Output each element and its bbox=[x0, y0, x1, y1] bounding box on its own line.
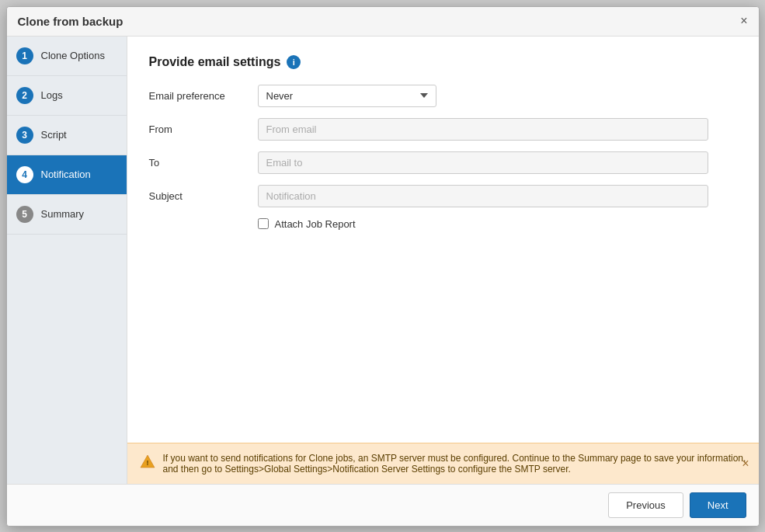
to-label: To bbox=[149, 157, 258, 169]
sidebar-label-logs: Logs bbox=[41, 89, 63, 101]
subject-input[interactable] bbox=[258, 185, 708, 207]
main-content: Provide email settings i Email preferenc… bbox=[127, 37, 759, 484]
from-input[interactable] bbox=[258, 118, 708, 141]
subject-control bbox=[258, 185, 708, 207]
dialog-footer: Previous Next bbox=[7, 484, 759, 526]
sidebar-item-clone-options[interactable]: 1 Clone Options bbox=[7, 37, 127, 76]
content-area: Provide email settings i Email preferenc… bbox=[127, 37, 759, 443]
email-preference-row: Email preference Never On Success On Fai… bbox=[149, 85, 737, 107]
sidebar-label-script: Script bbox=[41, 129, 67, 141]
info-icon[interactable]: i bbox=[287, 55, 301, 69]
step-badge-3: 3 bbox=[16, 127, 33, 144]
attach-job-report-label: Attach Job Report bbox=[275, 218, 356, 230]
dialog-body: 1 Clone Options 2 Logs 3 Script bbox=[7, 37, 759, 484]
svg-text:!: ! bbox=[146, 459, 148, 467]
dialog-header: Clone from backup × bbox=[7, 7, 759, 37]
step-badge-5: 5 bbox=[16, 206, 33, 223]
dialog-title: Clone from backup bbox=[18, 15, 123, 28]
from-control bbox=[258, 118, 708, 141]
sidebar: 1 Clone Options 2 Logs 3 Script bbox=[7, 37, 127, 484]
to-row: To bbox=[149, 151, 737, 174]
step-badge-2: 2 bbox=[16, 87, 33, 104]
subject-row: Subject bbox=[149, 185, 737, 207]
email-preference-label: Email preference bbox=[149, 90, 258, 102]
notification-close-button[interactable]: × bbox=[742, 457, 749, 471]
clone-from-backup-dialog: Clone from backup × 1 Clone Options 2 Lo… bbox=[6, 6, 760, 527]
to-input[interactable] bbox=[258, 151, 708, 174]
attach-job-report-checkbox[interactable] bbox=[258, 218, 269, 229]
sidebar-item-summary[interactable]: 5 Summary bbox=[7, 195, 127, 235]
close-button[interactable]: × bbox=[740, 15, 747, 27]
warning-icon: ! bbox=[140, 454, 155, 469]
from-label: From bbox=[149, 123, 258, 135]
section-title-container: Provide email settings i bbox=[149, 55, 737, 69]
notification-bar: ! If you want to send notifications for … bbox=[127, 443, 759, 484]
step-badge-4: 4 bbox=[16, 166, 33, 183]
email-preference-select[interactable]: Never On Success On Failure Always bbox=[258, 85, 436, 107]
notification-message: If you want to send notifications for Cl… bbox=[163, 453, 746, 475]
sidebar-item-script[interactable]: 3 Script bbox=[7, 116, 127, 155]
attach-job-report-row: Attach Job Report bbox=[258, 218, 737, 230]
subject-label: Subject bbox=[149, 190, 258, 202]
from-row: From bbox=[149, 118, 737, 141]
previous-button[interactable]: Previous bbox=[608, 492, 683, 518]
next-button[interactable]: Next bbox=[690, 492, 746, 518]
section-title-text: Provide email settings bbox=[149, 55, 281, 69]
step-badge-1: 1 bbox=[16, 47, 33, 64]
sidebar-item-notification[interactable]: 4 Notification bbox=[7, 155, 127, 195]
to-control bbox=[258, 151, 708, 174]
email-preference-control: Never On Success On Failure Always bbox=[258, 85, 708, 107]
sidebar-label-summary: Summary bbox=[41, 208, 85, 220]
sidebar-item-logs[interactable]: 2 Logs bbox=[7, 76, 127, 116]
sidebar-label-notification: Notification bbox=[41, 169, 91, 180]
sidebar-label-clone-options: Clone Options bbox=[41, 50, 105, 61]
